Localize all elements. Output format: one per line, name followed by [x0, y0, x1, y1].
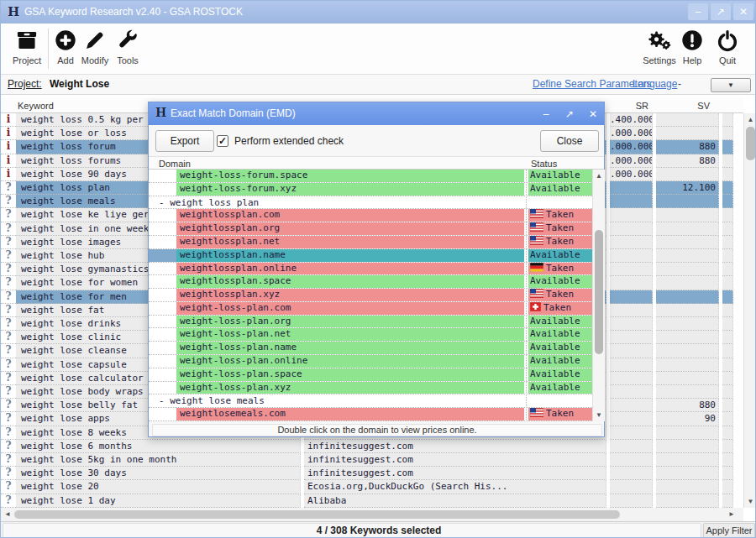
domain-cell[interactable]: weight-loss-plan.net [176, 328, 524, 341]
domain-group-header[interactable]: - weight lose meals [159, 395, 265, 406]
minimize-button[interactable]: – [688, 3, 708, 20]
question-icon: ? [5, 276, 11, 288]
keyword-type-icon: ? [1, 440, 16, 453]
info-icon: i [7, 127, 11, 138]
extra-cell [722, 426, 733, 440]
help-button[interactable]: Help [680, 29, 705, 65]
scroll-up-icon[interactable]: ▲ [744, 116, 756, 123]
question-icon: ? [5, 358, 11, 370]
keyword-row[interactable]: ?weight lose 5kg in one monthinfinitesug… [1, 453, 743, 467]
domain-cell[interactable]: weightlossplan.org [176, 222, 524, 235]
project-name: Weight Lose [50, 78, 109, 90]
project-link[interactable]: Project: [8, 78, 42, 90]
apply-filter-button[interactable]: Apply Filter [703, 523, 755, 538]
column-header-sr[interactable]: SR [611, 101, 648, 111]
domain-cell[interactable]: weightlossplan.space [176, 275, 524, 288]
domain-row[interactable]: weightlosemeals.comTaken [149, 408, 592, 421]
project-bar: Project: Weight Lose Define Search Param… [1, 75, 756, 95]
extended-check-label[interactable]: Perform extended check [234, 135, 344, 147]
vertical-scrollbar-thumb[interactable] [746, 127, 755, 160]
domain-row[interactable]: weight-loss-plan.xyzAvailable [149, 382, 592, 395]
maximize-button[interactable]: ↗ [711, 3, 731, 20]
domain-row[interactable]: weight-loss-plan.netAvailable [149, 328, 592, 342]
domain-row[interactable]: weight-loss-forum.xyzAvailable [149, 183, 592, 196]
domain-row[interactable]: weight-loss-plan.spaceAvailable [149, 368, 592, 382]
domain-row[interactable]: weight-loss-plan.nameAvailable [149, 342, 592, 355]
column-header-sv[interactable]: SV [658, 101, 710, 111]
us-flag-icon [530, 289, 543, 298]
keyword-row[interactable]: ?weight lose 6 monthsinfinitesuggest.com [1, 440, 743, 453]
dialog-scroll-up-icon[interactable]: ▲ [593, 172, 605, 180]
domain-cell[interactable]: weight-loss-plan.space [176, 368, 524, 381]
domain-row[interactable]: weightlossplan.orgTaken [149, 222, 592, 236]
dialog-scroll-down-icon[interactable]: ▼ [593, 411, 605, 419]
column-header-domain[interactable]: Domain [159, 159, 191, 169]
project-button[interactable]: Project [9, 29, 45, 65]
column-header-status[interactable]: Status [531, 159, 557, 169]
settings-button[interactable]: Settings [638, 29, 681, 65]
domain-cell[interactable]: weight-loss-plan.com [176, 302, 524, 315]
horizontal-scrollbar-thumb[interactable] [14, 510, 620, 519]
modify-button[interactable]: Modify [78, 29, 112, 65]
domain-row[interactable]: weight-loss-plan.orgAvailable [149, 316, 592, 329]
domain-row[interactable]: weight-loss-plan.comTaken [149, 302, 592, 316]
column-header-keyword[interactable]: Keyword [18, 101, 54, 111]
domain-cell[interactable]: weightlossplan.name [176, 249, 524, 262]
sv-cell [656, 249, 719, 263]
dialog-close-icon[interactable]: ✕ [584, 107, 602, 122]
dialog-vertical-scrollbar[interactable]: ▲ ▼ [592, 170, 605, 421]
domain-row[interactable]: weightlossplan.xyzTaken [149, 289, 592, 302]
tools-button[interactable]: Tools [112, 29, 144, 65]
domain-cell[interactable]: weight-loss-forum.space [176, 170, 524, 182]
domain-group-row[interactable]: - weight loss plan [149, 196, 592, 210]
scroll-right-icon[interactable]: ► [728, 510, 735, 518]
domain-cell[interactable]: weight-loss-forum.xyz [176, 183, 524, 196]
close-button[interactable]: Close [540, 130, 599, 152]
vertical-scrollbar[interactable]: ▲ ▼ [743, 113, 756, 508]
domain-cell[interactable]: weightlossplan.online [176, 263, 524, 275]
domain-cell[interactable]: weightlossplan.xyz [176, 289, 524, 301]
domain-group-row[interactable]: - weight lose meals [149, 394, 592, 408]
scroll-down-icon[interactable]: ▼ [744, 498, 756, 505]
question-icon: ? [5, 317, 11, 329]
quit-button[interactable]: Quit [711, 29, 743, 65]
domain-cell[interactable]: weight-loss-plan.online [176, 355, 524, 368]
dialog-maximize-button[interactable]: ↗ [560, 107, 579, 122]
scroll-left-icon[interactable]: ◄ [4, 510, 11, 518]
dialog-scrollbar-thumb[interactable] [595, 230, 603, 354]
domain-row[interactable]: weight-loss-plan.onlineAvailable [149, 355, 592, 368]
horizontal-scrollbar[interactable]: ◄ ► [1, 508, 743, 521]
domain-group-header[interactable]: - weight loss plan [159, 197, 259, 208]
keyword-row[interactable]: ?weight lose 1 dayAlibaba [1, 494, 743, 508]
keyword-row[interactable]: ?weight lose 20Ecosia.org,DuckDuckGo (Se… [1, 480, 743, 494]
export-button[interactable]: Export [155, 130, 214, 152]
keyword-row[interactable]: ?weight lose 30 daysinfinitesuggest.com [1, 467, 743, 480]
domain-row[interactable]: weightlossplan.nameAvailable [149, 249, 592, 263]
domain-row[interactable]: weightlossplan.comTaken [149, 209, 592, 222]
status-text: Available [530, 249, 580, 260]
row-gutter [149, 209, 176, 222]
sv-cell [656, 317, 719, 331]
domain-row[interactable]: weightlossplan.spaceAvailable [149, 275, 592, 289]
domain-cell[interactable]: weight-loss-plan.org [176, 316, 524, 328]
domain-cell[interactable]: weight-loss-plan.xyz [176, 382, 524, 394]
domain-cell[interactable]: weight-loss-plan.name [176, 342, 524, 354]
row-gutter [149, 275, 176, 288]
domain-row[interactable]: weightlossplan.netTaken [149, 236, 592, 249]
keywords-selected-count: 4 / 308 Keywords selected [1, 525, 756, 536]
domain-cell[interactable]: weightlossplan.com [176, 209, 524, 222]
us-flag-icon [530, 209, 543, 218]
domain-row[interactable]: weightlossplan.onlineTaken [149, 263, 592, 276]
language-link[interactable]: Language [633, 78, 677, 90]
domain-row[interactable]: weight-loss-forum.spaceAvailable [149, 170, 592, 183]
sv-cell [656, 331, 719, 344]
sr-cell [610, 440, 653, 453]
add-button[interactable]: Add [50, 29, 81, 65]
dialog-minimize-button[interactable]: – [537, 107, 555, 122]
extended-check-checkbox[interactable]: ✓ [217, 135, 228, 147]
domain-cell[interactable]: weightlossplan.net [176, 236, 524, 248]
extra-cell [722, 181, 733, 195]
close-icon[interactable]: ✕ [733, 3, 753, 20]
domain-cell[interactable]: weightlosemeals.com [176, 408, 524, 420]
language-dropdown[interactable]: ▼ [711, 78, 751, 92]
